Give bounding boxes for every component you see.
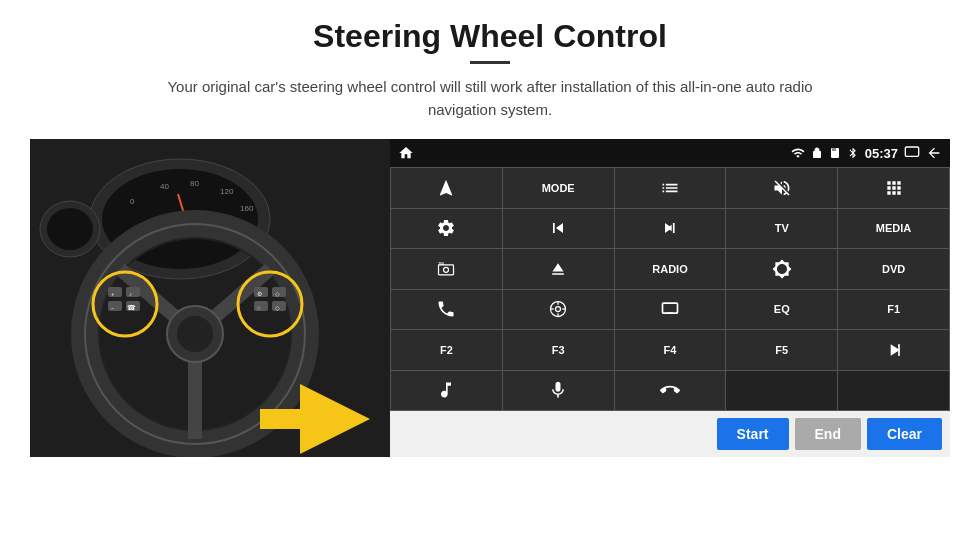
status-right: 05:37 (791, 145, 942, 161)
f3-button[interactable]: F3 (503, 330, 614, 370)
svg-text:160: 160 (240, 204, 254, 213)
mode-button[interactable]: MODE (503, 168, 614, 208)
list-button[interactable] (615, 168, 726, 208)
back-arrow-icon (926, 145, 942, 161)
tv-button[interactable]: TV (726, 209, 837, 249)
page-container: Steering Wheel Control Your original car… (0, 0, 980, 544)
start-button[interactable]: Start (717, 418, 789, 450)
dvd-button[interactable]: DVD (838, 249, 949, 289)
status-bar: 05:37 (390, 139, 950, 167)
svg-text:☎: ☎ (127, 304, 136, 311)
apps-button[interactable] (838, 168, 949, 208)
svg-text:−: − (111, 305, 115, 311)
f2-button[interactable]: F2 (391, 330, 502, 370)
f1-button[interactable]: F1 (838, 290, 949, 330)
f4-button[interactable]: F4 (615, 330, 726, 370)
svg-rect-37 (260, 409, 302, 429)
bluetooth-icon (847, 147, 859, 159)
svg-point-43 (444, 267, 449, 272)
page-title: Steering Wheel Control (313, 18, 667, 55)
svg-rect-41 (905, 147, 918, 156)
call-end-button[interactable] (615, 371, 726, 411)
nav-button[interactable] (391, 168, 502, 208)
svg-text:120: 120 (220, 187, 234, 196)
screen-button[interactable] (615, 290, 726, 330)
camera360-button[interactable]: 360 (391, 249, 502, 289)
svg-text:♪: ♪ (129, 291, 132, 297)
radio-button[interactable]: RADIO (615, 249, 726, 289)
svg-text:80: 80 (190, 179, 199, 188)
prev-button[interactable] (503, 209, 614, 249)
mute-button[interactable] (726, 168, 837, 208)
eject-button[interactable] (503, 249, 614, 289)
radio-panel: 05:37 MODE (390, 139, 950, 457)
page-subtitle: Your original car's steering wheel contr… (150, 76, 830, 121)
content-area: 0 40 80 120 160 (30, 139, 950, 457)
phone-button[interactable] (391, 290, 502, 330)
empty-btn-1 (726, 371, 837, 411)
svg-rect-42 (439, 265, 454, 275)
svg-point-46 (556, 307, 561, 312)
svg-text:◇: ◇ (275, 305, 280, 311)
lock-icon (811, 147, 823, 159)
svg-text:⚙: ⚙ (257, 291, 262, 297)
svg-text:0: 0 (130, 197, 135, 206)
button-grid: MODE (390, 167, 950, 411)
svg-point-9 (47, 208, 93, 250)
svg-rect-51 (662, 303, 677, 313)
sd-icon (829, 147, 841, 159)
svg-text:◇: ◇ (275, 291, 280, 297)
end-button[interactable]: End (795, 418, 861, 450)
screen-switch-icon (904, 145, 920, 161)
svg-text:360: 360 (439, 262, 445, 266)
wifi-icon (791, 146, 805, 160)
svg-point-17 (177, 316, 213, 352)
f5-button[interactable]: F5 (726, 330, 837, 370)
bottom-bar: Start End Clear (390, 411, 950, 457)
title-divider (470, 61, 510, 64)
eq-button[interactable]: EQ (726, 290, 837, 330)
brightness-button[interactable] (726, 249, 837, 289)
clear-button[interactable]: Clear (867, 418, 942, 450)
svg-text:+: + (111, 291, 115, 297)
home-icon (398, 145, 414, 161)
next-button[interactable] (615, 209, 726, 249)
music-button[interactable] (391, 371, 502, 411)
steering-wheel-image: 0 40 80 120 160 (30, 139, 390, 457)
media-button[interactable]: MEDIA (838, 209, 949, 249)
svg-text:40: 40 (160, 182, 169, 191)
svg-rect-53 (898, 344, 900, 356)
settings-button[interactable] (391, 209, 502, 249)
playback-button[interactable] (838, 330, 949, 370)
time-display: 05:37 (865, 146, 898, 161)
status-left (398, 145, 414, 161)
mic-button[interactable] (503, 371, 614, 411)
empty-btn-2 (838, 371, 949, 411)
navi-circle-button[interactable] (503, 290, 614, 330)
svg-text:○: ○ (257, 305, 261, 311)
